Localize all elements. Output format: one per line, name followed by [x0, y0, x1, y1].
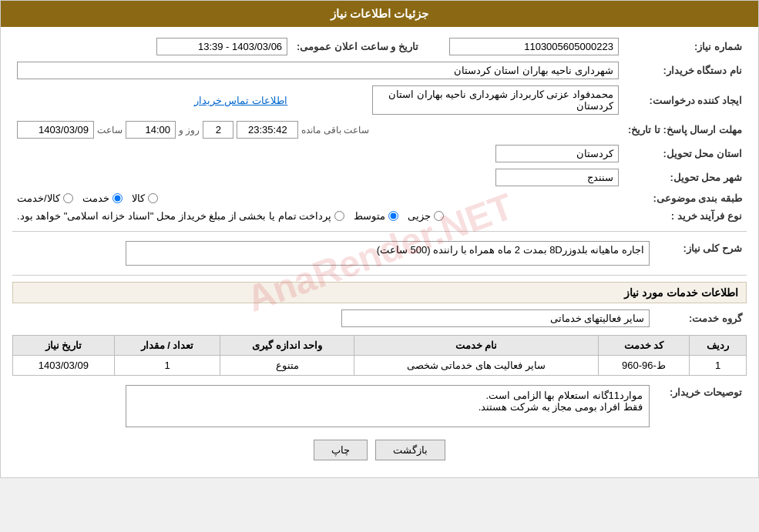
- buyer-desc-label: توصیحات خریدار:: [654, 382, 747, 430]
- category-kala-khadamat[interactable]: کالا/خدمت: [17, 192, 73, 204]
- buyer-desc-field: موارد11گانه استعلام بها الزامی است.فقط ا…: [126, 385, 650, 427]
- page-title: جزئیات اطلاعات نیاز: [1, 1, 758, 27]
- info-table: شماره نیاز: 1103005605000223 تاریخ و ساع…: [12, 35, 747, 225]
- deadline-day-label: روز و: [179, 125, 200, 136]
- buttons-row: بازگشت چاپ: [12, 440, 747, 460]
- category-khadamat-radio[interactable]: [113, 193, 123, 203]
- purchase-mottaset-label: متوسط: [354, 210, 385, 222]
- deadline-remaining-label: ساعت باقی مانده: [301, 125, 369, 136]
- category-kala-khadamat-label: کالا/خدمت: [17, 192, 60, 204]
- category-options: کالا/خدمت خدمت کالا: [12, 189, 623, 207]
- table-row: 1 ط-96-960 سایر فعالیت های خدماتی شخصی م…: [13, 356, 747, 376]
- divider-2: [12, 275, 747, 276]
- need-desc-value: اجاره ماهیانه بلدوزر8D بمدت 2 ماه همراه …: [12, 238, 654, 269]
- category-kala-label: کالا: [132, 192, 145, 204]
- need-desc-table: شرح کلی نیاز: اجاره ماهیانه بلدوزر8D بمد…: [12, 238, 747, 269]
- creator-value: محمدفواد عزتی کاربرداز شهرداری ناحیه بها…: [292, 82, 623, 118]
- deadline-time-field: 14:00: [126, 121, 176, 139]
- creator-field: محمدفواد عزتی کاربرداز شهرداری ناحیه بها…: [372, 85, 619, 115]
- province-value: کردستان: [12, 142, 623, 166]
- col-service-name: نام خدمت: [354, 336, 599, 356]
- buyer-desc-table: توصیحات خریدار: موارد11گانه استعلام بها …: [12, 382, 747, 430]
- announcement-label: تاریخ و ساعت اعلان عمومی:: [292, 35, 423, 59]
- cell-quantity: 1: [114, 356, 220, 376]
- city-label: شهر محل تحویل:: [623, 166, 747, 189]
- need-desc-field: اجاره ماهیانه بلدوزر8D بمدت 2 ماه همراه …: [126, 241, 650, 266]
- buyer-org-label: نام دستگاه خریدار:: [623, 59, 747, 82]
- cell-service-name: سایر فعالیت های خدماتی شخصی: [354, 356, 599, 376]
- deadline-remaining-field: 23:35:42: [237, 121, 298, 139]
- purchase-jozi[interactable]: جزیی: [408, 210, 444, 222]
- services-data-table: ردیف کد خدمت نام خدمت واحد اندازه گیری ت…: [12, 335, 747, 376]
- col-row-num: ردیف: [690, 336, 747, 356]
- deadline-time-label: ساعت: [97, 125, 123, 136]
- service-group-label: گروه خدمت:: [654, 306, 747, 330]
- purchase-mottaset-radio[interactable]: [388, 211, 398, 221]
- province-label: استان محل تحویل:: [623, 142, 747, 166]
- cell-unit: متنوع: [220, 356, 354, 376]
- print-button[interactable]: چاپ: [314, 440, 368, 460]
- announcement-field: 1403/03/06 - 13:39: [156, 38, 287, 55]
- col-date: تاریخ نیاز: [13, 336, 115, 356]
- category-khadamat-label: خدمت: [82, 192, 109, 204]
- deadline-label: مهلت ارسال پاسخ: تا تاریخ:: [623, 118, 747, 142]
- creator-label: ایجاد کننده درخواست:: [623, 82, 747, 118]
- service-group-field: سایر فعالیتهای خدماتی: [341, 309, 650, 327]
- category-kala-radio[interactable]: [148, 193, 158, 203]
- buyer-org-field: شهرداری ناحیه بهاران استان کردستان: [17, 62, 619, 79]
- buyer-org-value: شهرداری ناحیه بهاران استان کردستان: [12, 59, 623, 82]
- deadline-days-field: 2: [203, 121, 233, 139]
- buyer-desc-value: موارد11گانه استعلام بها الزامی است.فقط ا…: [12, 382, 654, 430]
- purchase-jozi-radio[interactable]: [434, 211, 444, 221]
- city-value: سنندج: [12, 166, 623, 189]
- category-kala[interactable]: کالا: [132, 192, 158, 204]
- purchase-other[interactable]: پرداخت تمام یا بخشی از مبلغ خریداز محل "…: [17, 210, 344, 222]
- purchase-other-radio[interactable]: [334, 211, 344, 221]
- category-khadamat[interactable]: خدمت: [82, 192, 123, 204]
- need-number-value: 1103005605000223: [423, 35, 623, 59]
- back-button[interactable]: بازگشت: [375, 440, 445, 460]
- need-desc-label: شرح کلی نیاز:: [654, 238, 747, 269]
- content-area: AnaRender.NET شماره نیاز: 11030056050002…: [1, 27, 758, 477]
- services-section-title: اطلاعات خدمات مورد نیاز: [12, 282, 747, 303]
- city-field: سنندج: [495, 169, 619, 186]
- cell-service-code: ط-96-960: [598, 356, 689, 376]
- purchase-mottaset[interactable]: متوسط: [354, 210, 398, 222]
- cell-date: 1403/03/09: [13, 356, 115, 376]
- col-service-code: کد خدمت: [598, 336, 689, 356]
- need-number-field: 1103005605000223: [449, 38, 619, 55]
- purchase-other-label: پرداخت تمام یا بخشی از مبلغ خریداز محل "…: [17, 210, 331, 222]
- page-wrapper: جزئیات اطلاعات نیاز AnaRender.NET شماره …: [0, 0, 759, 478]
- service-group-table: گروه خدمت: سایر فعالیتهای خدماتی: [12, 306, 747, 330]
- service-group-value: سایر فعالیتهای خدماتی: [12, 306, 654, 330]
- province-field: کردستان: [495, 145, 619, 162]
- announcement-value: 1403/03/06 - 13:39: [12, 35, 292, 59]
- category-kala-khadamat-radio[interactable]: [63, 193, 73, 203]
- divider-1: [12, 231, 747, 232]
- purchase-jozi-label: جزیی: [408, 210, 431, 222]
- col-quantity: تعداد / مقدار: [114, 336, 220, 356]
- deadline-date-field: 1403/03/09: [17, 121, 94, 139]
- purchase-type-options: پرداخت تمام یا بخشی از مبلغ خریداز محل "…: [12, 207, 623, 225]
- contact-link[interactable]: اطلاعات تماس خریدار: [194, 95, 287, 106]
- contact-link-cell: اطلاعات تماس خریدار: [12, 82, 292, 118]
- purchase-type-label: نوع فرآیند خرید :: [623, 207, 747, 225]
- col-unit: واحد اندازه گیری: [220, 336, 354, 356]
- cell-row-num: 1: [690, 356, 747, 376]
- need-number-label: شماره نیاز:: [623, 35, 747, 59]
- deadline-row: 1403/03/09 ساعت 14:00 روز و 2 23:35:42 س…: [12, 118, 623, 142]
- category-label: طبقه بندی موضوعی:: [623, 189, 747, 207]
